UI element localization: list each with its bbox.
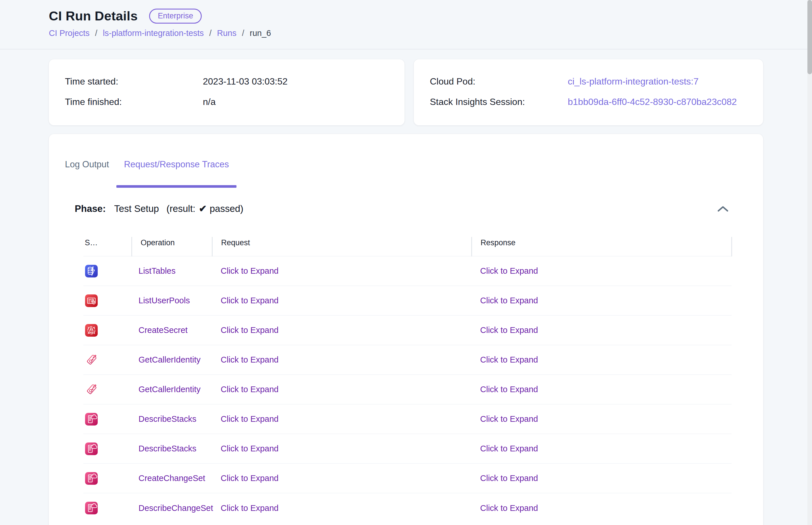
pod-info-card: Cloud Pod: ci_ls-platform-integration-te…	[414, 59, 763, 125]
response-expand-link[interactable]: Click to Expand	[480, 474, 538, 483]
enterprise-badge: Enterprise	[149, 9, 202, 23]
ci-run-details-page: CI Run Details Enterprise CI Projects/ls…	[0, 0, 812, 525]
main-content: Time started: 2023-11-03 03:03:52 Time f…	[0, 49, 812, 525]
phase-name: Test Setup	[114, 203, 159, 214]
tabs-bar: Log Output Request/Response Traces	[58, 159, 747, 185]
column-header-service: S…	[83, 237, 131, 256]
trace-row: GetCallerIdentity Click to Expand Click …	[83, 375, 732, 404]
breadcrumb-item-run-6: run_6	[250, 28, 271, 38]
traces-table-wrap: S… Operation Request Response ListTables…	[83, 237, 745, 523]
request-expand-link[interactable]: Click to Expand	[221, 504, 279, 513]
check-icon: ✔	[199, 203, 207, 214]
cloudformation-service-icon	[85, 472, 98, 485]
time-started-row: Time started: 2023-11-03 03:03:52	[65, 76, 405, 87]
response-expand-link[interactable]: Click to Expand	[480, 266, 538, 275]
trace-row: CreateSecret Click to Expand Click to Ex…	[83, 315, 732, 345]
sts-service-icon	[85, 354, 98, 366]
phase-header: Phase:Test Setup(result:✔passed)	[65, 202, 747, 215]
stack-insights-session-link[interactable]: b1bb09da-6ff0-4c52-8930-c870ba23c082	[568, 96, 737, 107]
request-expand-link[interactable]: Click to Expand	[221, 444, 279, 453]
cloud-pod-link[interactable]: ci_ls-platform-integration-tests:7	[568, 76, 699, 87]
operation-name: ListTables	[139, 266, 175, 275]
request-expand-link[interactable]: Click to Expand	[221, 355, 279, 364]
breadcrumb-separator: /	[242, 28, 244, 38]
trace-row: CreateChangeSet Click to Expand Click to…	[83, 464, 732, 493]
request-expand-link[interactable]: Click to Expand	[221, 266, 279, 275]
breadcrumb-item-runs[interactable]: Runs	[217, 28, 236, 38]
traces-card: Log Output Request/Response Traces Phase…	[49, 134, 763, 525]
time-started-value: 2023-11-03 03:03:52	[203, 76, 287, 87]
table-header-row: S… Operation Request Response	[83, 237, 732, 256]
request-expand-link[interactable]: Click to Expand	[221, 385, 279, 394]
column-header-request: Request	[212, 237, 471, 256]
active-tab-underline	[116, 185, 236, 188]
time-finished-label: Time finished:	[65, 96, 203, 107]
cloudformation-service-icon	[85, 412, 98, 426]
response-expand-link[interactable]: Click to Expand	[480, 444, 538, 453]
response-expand-link[interactable]: Click to Expand	[480, 414, 538, 423]
time-finished-row: Time finished: n/a	[65, 96, 405, 107]
title-row: CI Run Details Enterprise	[49, 9, 812, 24]
collapse-phase-button[interactable]	[717, 205, 729, 213]
phase-result-prefix: (result:	[166, 203, 196, 214]
secrets-manager-service-icon	[85, 324, 98, 337]
time-info-card: Time started: 2023-11-03 03:03:52 Time f…	[49, 59, 405, 125]
cloudformation-service-icon	[85, 501, 98, 515]
trace-row: ListUserPools Click to Expand Click to E…	[83, 286, 732, 315]
response-expand-link[interactable]: Click to Expand	[480, 504, 538, 513]
time-finished-value: n/a	[203, 96, 216, 107]
request-expand-link[interactable]: Click to Expand	[221, 296, 279, 305]
tab-log-output[interactable]: Log Output	[58, 159, 116, 185]
tab-request-response-traces[interactable]: Request/Response Traces	[116, 159, 236, 185]
trace-row: DescribeChangeSet Click to Expand Click …	[83, 493, 732, 523]
phase-text: Phase:Test Setup(result:✔passed)	[75, 202, 244, 215]
request-expand-link[interactable]: Click to Expand	[221, 474, 279, 483]
trace-row: ListTables Click to Expand Click to Expa…	[83, 256, 732, 286]
operation-name: DescribeStacks	[139, 414, 196, 423]
operation-name: ListUserPools	[139, 296, 190, 305]
trace-row: DescribeStacks Click to Expand Click to …	[83, 404, 732, 434]
operation-name: CreateSecret	[139, 326, 188, 335]
cloudformation-service-icon	[85, 442, 98, 455]
traces-table: S… Operation Request Response ListTables…	[83, 237, 732, 523]
column-header-response: Response	[471, 237, 732, 256]
response-expand-link[interactable]: Click to Expand	[480, 326, 538, 335]
tab-request-response-traces-label: Request/Response Traces	[124, 159, 229, 169]
trace-row: GetCallerIdentity Click to Expand Click …	[83, 345, 732, 375]
time-started-label: Time started:	[65, 76, 203, 87]
dynamodb-service-icon	[85, 265, 98, 278]
stack-insights-row: Stack Insights Session: b1bb09da-6ff0-4c…	[430, 96, 763, 107]
cloud-pod-label: Cloud Pod:	[430, 76, 568, 87]
response-expand-link[interactable]: Click to Expand	[480, 385, 538, 394]
chevron-up-icon	[717, 205, 729, 212]
sts-service-icon	[85, 383, 98, 396]
trace-row: DescribeStacks Click to Expand Click to …	[83, 434, 732, 464]
response-expand-link[interactable]: Click to Expand	[480, 355, 538, 364]
cognito-service-icon	[85, 294, 98, 308]
summary-cards: Time started: 2023-11-03 03:03:52 Time f…	[49, 59, 763, 125]
phase-result-text: passed)	[210, 203, 244, 214]
breadcrumb: CI Projects/ls-platform-integration-test…	[49, 28, 812, 38]
operation-name: DescribeStacks	[139, 444, 196, 453]
operation-name: GetCallerIdentity	[139, 355, 201, 364]
cloud-pod-row: Cloud Pod: ci_ls-platform-integration-te…	[430, 76, 763, 87]
response-expand-link[interactable]: Click to Expand	[480, 296, 538, 305]
stack-insights-label: Stack Insights Session:	[430, 96, 568, 107]
phase-label: Phase:	[75, 203, 106, 214]
breadcrumb-separator: /	[95, 28, 97, 38]
breadcrumb-item-ci-projects[interactable]: CI Projects	[49, 28, 90, 38]
operation-name: DescribeChangeSet	[139, 504, 213, 513]
request-expand-link[interactable]: Click to Expand	[221, 414, 279, 423]
scrollbar-track	[808, 0, 812, 525]
page-title: CI Run Details	[49, 9, 138, 24]
scrollbar-thumb[interactable]	[808, 0, 812, 74]
operation-name: CreateChangeSet	[139, 474, 205, 483]
breadcrumb-separator: /	[209, 28, 212, 38]
breadcrumb-item-ls-platform-integration-tests[interactable]: ls-platform-integration-tests	[103, 28, 204, 38]
operation-name: GetCallerIdentity	[139, 385, 201, 394]
column-header-operation: Operation	[131, 237, 212, 256]
page-header: CI Run Details Enterprise CI Projects/ls…	[0, 0, 812, 49]
request-expand-link[interactable]: Click to Expand	[221, 326, 279, 335]
